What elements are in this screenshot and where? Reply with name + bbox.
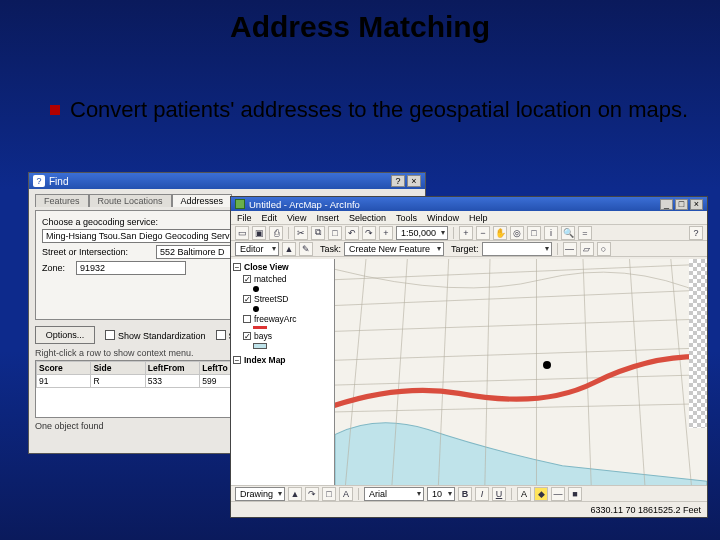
menu-tools[interactable]: Tools <box>396 213 417 223</box>
col-side[interactable]: Side <box>91 362 145 375</box>
open-icon[interactable]: ▭ <box>235 226 249 240</box>
scale-value: 50,000 <box>409 228 437 238</box>
layer-matched[interactable]: ✓matched <box>243 274 332 284</box>
bold-icon[interactable]: B <box>458 487 472 501</box>
tab-features[interactable]: Features <box>35 194 89 207</box>
menu-selection[interactable]: Selection <box>349 213 386 223</box>
target-label: Target: <box>451 244 479 254</box>
cell: R <box>91 375 145 388</box>
layer-label: StreetSD <box>254 294 289 304</box>
map-canvas[interactable] <box>335 259 707 501</box>
tab-addresses[interactable]: Addresses <box>172 194 233 207</box>
pan-hand-icon[interactable]: ✋ <box>493 226 507 240</box>
add-layer-icon[interactable]: + <box>379 226 393 240</box>
drawing-toolbar: Drawing ▲ ↷ □ A Arial 10 B I U A ◆ — ■ <box>231 485 707 501</box>
undo-icon[interactable]: ↶ <box>345 226 359 240</box>
arcmap-titlebar: Untitled - ArcMap - ArcInfo _ □ × <box>231 197 707 211</box>
underline-icon[interactable]: U <box>492 487 506 501</box>
col-leftfrom[interactable]: LeftFrom <box>145 362 199 375</box>
matched-point-marker <box>543 361 551 369</box>
show-standardization-checkbox[interactable]: Show Standardization <box>105 329 206 341</box>
copy-icon[interactable]: ⧉ <box>311 226 325 240</box>
zoom-out-icon[interactable]: − <box>476 226 490 240</box>
font-size-dropdown[interactable]: 10 <box>427 487 455 501</box>
italic-icon[interactable]: I <box>475 487 489 501</box>
edit-tool3-icon[interactable]: ○ <box>597 242 611 256</box>
redo-icon[interactable]: ↷ <box>362 226 376 240</box>
arcmap-close-button[interactable]: × <box>690 199 703 210</box>
address-label: Street or Intersection: <box>42 247 152 257</box>
toc-panel: −Close View ✓matched ✓StreetSD freewayAr… <box>231 259 335 501</box>
draw-rotate-icon[interactable]: ↷ <box>305 487 319 501</box>
collapse2-icon[interactable]: − <box>233 356 241 364</box>
menu-edit[interactable]: Edit <box>262 213 278 223</box>
save-icon[interactable]: ▣ <box>252 226 266 240</box>
edit-tool2-icon[interactable]: ▱ <box>580 242 594 256</box>
show-standardization-label: Show Standardization <box>118 331 206 341</box>
layer-bays[interactable]: ✓bays <box>243 331 332 341</box>
find-titlebar: ? Find ? × <box>29 173 425 189</box>
find-tool-icon[interactable]: 🔍 <box>561 226 575 240</box>
layer-freeway[interactable]: freewayArc <box>243 314 332 324</box>
slide-bullet: Convert patients' addresses to the geosp… <box>50 96 690 124</box>
editor-dropdown[interactable]: Editor <box>235 242 279 256</box>
menu-window[interactable]: Window <box>427 213 459 223</box>
pencil-icon[interactable]: ✎ <box>299 242 313 256</box>
arcmap-app-icon <box>235 199 245 209</box>
pointer-icon[interactable]: ▲ <box>282 242 296 256</box>
standard-toolbar: ▭ ▣ ⎙ ✂ ⧉ □ ↶ ↷ + 1:50,000 + − ✋ ◎ □ i 🔍… <box>231 225 707 241</box>
line-color-icon[interactable]: — <box>551 487 565 501</box>
toc-root: Close View <box>244 262 289 272</box>
collapse-icon[interactable]: − <box>233 263 241 271</box>
statusbar: 6330.11 70 1861525.2 Feet <box>231 501 707 517</box>
edit-tool-icon[interactable]: — <box>563 242 577 256</box>
arcmap-min-button[interactable]: _ <box>660 199 673 210</box>
task-dropdown[interactable]: Create New Feature <box>344 242 444 256</box>
tab-route-locations[interactable]: Route Locations <box>89 194 172 207</box>
menu-view[interactable]: View <box>287 213 306 223</box>
target-dropdown[interactable] <box>482 242 552 256</box>
bullet-icon <box>50 105 60 115</box>
layer-label: freewayArc <box>254 314 297 324</box>
questionmark-icon: ? <box>33 175 45 187</box>
scale-dropdown[interactable]: 1:50,000 <box>396 226 448 240</box>
draw-pointer-icon[interactable]: ▲ <box>288 487 302 501</box>
options-button[interactable]: Options... <box>35 326 95 344</box>
paste-icon[interactable]: □ <box>328 226 342 240</box>
layer-matched-symbol <box>253 286 332 292</box>
zone-input[interactable]: 91932 <box>76 261 186 275</box>
service-label: Choose a geocoding service: <box>42 217 158 227</box>
layer-freeway-symbol <box>253 326 332 329</box>
cell: 91 <box>37 375 91 388</box>
draw-text-icon[interactable]: A <box>339 487 353 501</box>
col-score[interactable]: Score <box>37 362 91 375</box>
fill-color-icon[interactable]: ◆ <box>534 487 548 501</box>
full-extent-icon[interactable]: ◎ <box>510 226 524 240</box>
zoom-in-icon[interactable]: + <box>459 226 473 240</box>
help-cursor-icon[interactable]: ? <box>689 226 703 240</box>
checker-margin <box>689 259 707 428</box>
measure-icon[interactable]: = <box>578 226 592 240</box>
layer-streetsd[interactable]: ✓StreetSD <box>243 294 332 304</box>
drawing-dropdown[interactable]: Drawing <box>235 487 285 501</box>
draw-rect-icon[interactable]: □ <box>322 487 336 501</box>
select-icon[interactable]: □ <box>527 226 541 240</box>
font-color-icon[interactable]: A <box>517 487 531 501</box>
map-svg <box>335 259 707 486</box>
menu-file[interactable]: File <box>237 213 252 223</box>
arcmap-title: Untitled - ArcMap - ArcInfo <box>249 199 360 210</box>
menubar: File Edit View Insert Selection Tools Wi… <box>231 211 707 225</box>
font-name-dropdown[interactable]: Arial <box>364 487 424 501</box>
marker-color-icon[interactable]: ■ <box>568 487 582 501</box>
print-icon[interactable]: ⎙ <box>269 226 283 240</box>
identify-icon[interactable]: i <box>544 226 558 240</box>
find-help-button[interactable]: ? <box>391 175 405 187</box>
menu-insert[interactable]: Insert <box>316 213 339 223</box>
arcmap-max-button[interactable]: □ <box>675 199 688 210</box>
menu-help[interactable]: Help <box>469 213 488 223</box>
find-title: Find <box>49 176 68 187</box>
find-close-button[interactable]: × <box>407 175 421 187</box>
zone-label: Zone: <box>42 263 72 273</box>
task-label: Task: <box>320 244 341 254</box>
cut-icon[interactable]: ✂ <box>294 226 308 240</box>
